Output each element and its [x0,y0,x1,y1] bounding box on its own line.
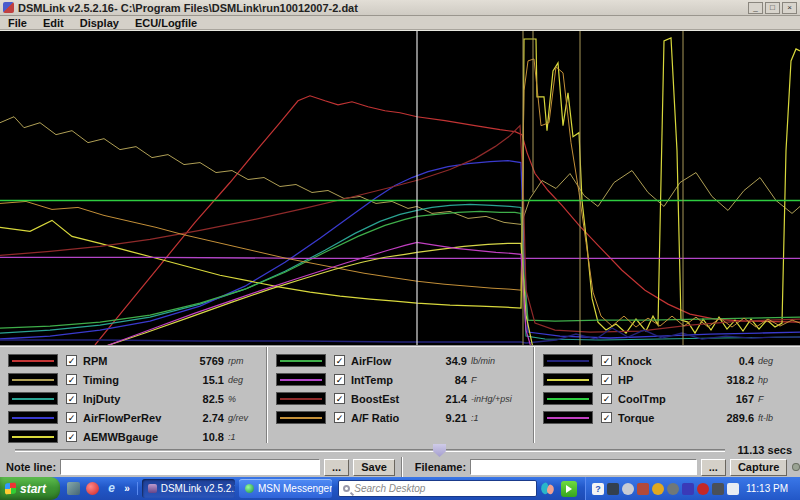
window-title: DSMLink v2.5.2.16- C:\Program Files\DSML… [18,2,358,14]
legend-column-2: AirFlow 34.9 lb/min IntTemp 84 F BoostEs… [268,347,533,443]
quicklaunch-key-icon[interactable] [67,482,80,495]
display-settings-icon[interactable] [712,483,724,495]
quick-launch: e » [60,482,138,495]
maximize-button[interactable]: □ [765,2,780,14]
menu-file[interactable]: File [0,17,35,29]
trace-checkbox[interactable] [601,412,612,423]
quicklaunch-overflow-chevron[interactable]: » [124,483,130,494]
trace-value: 82.5 [174,393,224,405]
trace-swatch [276,373,326,386]
network-globe-icon[interactable] [652,483,664,495]
play-tray-icon[interactable] [561,481,577,497]
taskbar-button-msn-messenger[interactable]: MSN Messenger - Sec... [239,479,332,498]
filename-input[interactable] [470,459,697,475]
trace-swatch [543,354,593,367]
close-button[interactable]: × [782,2,797,14]
trace-value: 10.8 [174,431,224,443]
trace-value: 2.74 [174,412,224,424]
trace-unit: deg [228,375,260,385]
legend-row-injduty: InjDuty 82.5 % [8,389,260,408]
trace-swatch [276,392,326,405]
trace-checkbox[interactable] [601,374,612,385]
trace-swatch [543,411,593,424]
trace-label: AirFlowPerRev [83,412,174,424]
note-line-input[interactable] [60,459,320,475]
trace-swatch [276,411,326,424]
trace-label: InjDuty [83,393,174,405]
trace-label: AEMWBgauge [83,431,174,443]
trace-unit: F [471,375,527,385]
desktop-search-logo-icon [541,482,555,495]
volume-icon[interactable] [607,483,619,495]
note-browse-button[interactable]: ... [324,459,349,476]
trace-swatch [543,373,593,386]
note-line-label: Note line: [0,461,60,473]
legend-column-1: RPM 5769 rpm Timing 15.1 deg InjDuty 82.… [0,347,266,443]
save-button[interactable]: Save [353,459,395,476]
menu-edit[interactable]: Edit [35,17,72,29]
usb-device-icon[interactable] [682,483,694,495]
quicklaunch-messenger-icon[interactable] [86,482,99,495]
bottom-controls: Note line: ... Save Filename: ... Captur… [0,457,800,477]
trace-checkbox[interactable] [334,412,345,423]
trace-value: 289.6 [704,412,754,424]
menu-bar: File Edit Display ECU/Logfile [0,16,800,30]
dsmlink-app-icon [3,2,14,13]
trace-unit: hp [758,375,792,385]
legend-panel: RPM 5769 rpm Timing 15.1 deg InjDuty 82.… [0,345,800,443]
menu-display[interactable]: Display [72,17,127,29]
taskbar-button-dsmlink[interactable]: DSMLink v2.5.2.16- C... [142,479,235,498]
timeline-slider-track[interactable] [15,449,725,452]
trace-label: AirFlow [351,355,417,367]
trace-checkbox[interactable] [334,355,345,366]
desktop-search-box[interactable]: Search Desktop [338,480,537,497]
trace-value: 21.4 [417,393,467,405]
trace-label: CoolTmp [618,393,704,405]
antivirus-tray-icon[interactable] [637,483,649,495]
taskbar: start e » DSMLink v2.5.2.16- C... MSN Me… [0,477,800,500]
trace-checkbox[interactable] [334,374,345,385]
media-player-tray-icon[interactable] [697,483,709,495]
trace-value: 9.21 [417,412,467,424]
capture-button[interactable]: Capture [730,459,788,476]
history-tray-icon[interactable] [622,483,634,495]
trace-RPM [95,96,800,345]
trace-unit: % [228,394,260,404]
trace-checkbox[interactable] [66,374,77,385]
trace-swatch [8,411,58,424]
start-label: start [20,482,46,496]
trace-swatch [8,373,58,386]
legend-row-rpm: RPM 5769 rpm [8,351,260,370]
filename-browse-button[interactable]: ... [701,459,726,476]
trace-checkbox[interactable] [601,393,612,404]
trace-checkbox[interactable] [334,393,345,404]
help-tray-icon[interactable]: ? [592,483,604,495]
start-button[interactable]: start [0,477,60,500]
minimize-button[interactable]: _ [748,2,763,14]
dsmlink-task-icon [148,484,157,493]
legend-row-airflow: AirFlow 34.9 lb/min [276,351,527,370]
trace-checkbox[interactable] [66,431,77,442]
system-tray: ? 11:13 PM [585,477,800,500]
trace-unit: rpm [228,356,260,366]
trace-swatch [276,354,326,367]
datalog-chart[interactable] [0,30,800,345]
trace-checkbox[interactable] [66,393,77,404]
trace-label: Knock [618,355,704,367]
legend-row-boostest: BoostEst 21.4 -inHg/+psi [276,389,527,408]
legend-row-torque: Torque 289.6 ft-lb [543,408,792,427]
trace-checkbox[interactable] [66,412,77,423]
trace-label: BoostEst [351,393,417,405]
trace-checkbox[interactable] [66,355,77,366]
trace-unit: -inHg/+psi [471,394,527,404]
trace-label: Timing [83,374,174,386]
trace-label: HP [618,374,704,386]
menu-ecu-logfile[interactable]: ECU/Logfile [127,17,205,29]
trace-checkbox[interactable] [601,355,612,366]
internet-explorer-icon[interactable]: e [105,482,118,495]
messenger-tray-icon[interactable] [727,483,739,495]
update-tray-icon[interactable] [667,483,679,495]
timeline-slider-thumb[interactable] [433,444,446,457]
trace-unit: :1 [471,413,527,423]
trace-value: 15.1 [174,374,224,386]
